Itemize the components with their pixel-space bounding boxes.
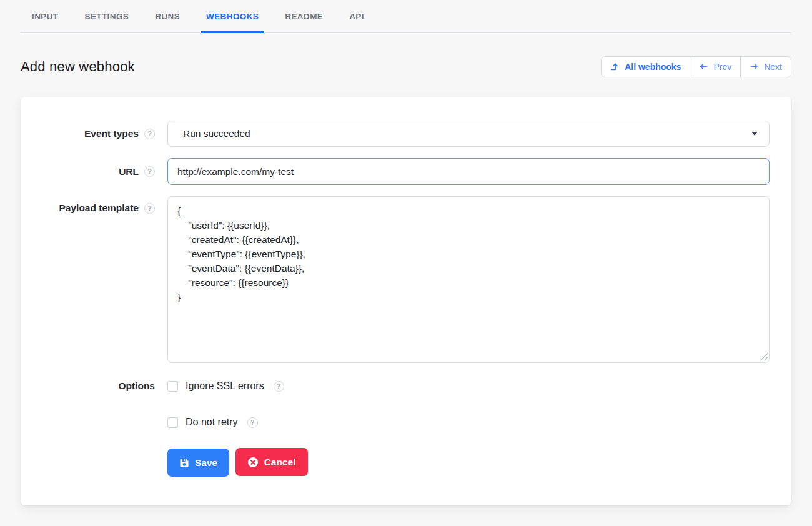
event-types-label-cell: Event types ?	[21, 128, 155, 139]
event-types-help-icon[interactable]: ?	[144, 129, 155, 139]
options-label-cell: Options	[21, 380, 155, 392]
url-label: URL	[119, 166, 139, 177]
tab-webhooks[interactable]: WEBHOOKS	[201, 0, 264, 32]
do-not-retry-label: Do not retry	[186, 417, 238, 428]
webhook-nav-button-group: All webhooks Prev Next	[601, 56, 791, 77]
tab-input[interactable]: INPUT	[27, 0, 64, 32]
event-types-select[interactable]: Run succeeded	[167, 121, 770, 147]
page-header: Add new webhook All webhooks Prev	[21, 33, 791, 84]
page-title: Add new webhook	[21, 59, 135, 75]
payload-template-row: Payload template ? { "userId": {{userId}…	[21, 196, 770, 363]
arrow-left-icon	[699, 62, 708, 71]
do-not-retry-checkbox[interactable]	[167, 417, 178, 428]
tab-readme[interactable]: README	[280, 0, 328, 32]
arrow-right-icon	[750, 62, 759, 71]
payload-template-label: Payload template	[59, 202, 139, 214]
event-types-selected-value: Run succeeded	[183, 128, 250, 139]
cancel-label: Cancel	[264, 457, 296, 468]
next-button[interactable]: Next	[740, 57, 791, 77]
do-not-retry-option: Do not retry ?	[167, 417, 770, 428]
url-input[interactable]	[167, 158, 770, 185]
ignore-ssl-errors-help-icon[interactable]: ?	[274, 381, 284, 392]
prev-label: Prev	[713, 62, 731, 72]
all-webhooks-button[interactable]: All webhooks	[602, 57, 690, 77]
prev-button[interactable]: Prev	[690, 57, 740, 77]
chevron-down-icon	[751, 132, 758, 136]
next-label: Next	[764, 62, 782, 72]
url-row: URL ?	[21, 158, 770, 185]
cancel-button[interactable]: Cancel	[235, 448, 308, 476]
url-label-cell: URL ?	[21, 166, 155, 177]
form-actions-row: Save Cancel	[21, 448, 770, 477]
level-up-icon	[610, 62, 620, 71]
cancel-circle-x-icon	[247, 457, 259, 468]
ignore-ssl-errors-label: Ignore SSL errors	[186, 380, 264, 392]
tab-api[interactable]: API	[344, 0, 369, 32]
tab-runs[interactable]: RUNS	[150, 0, 185, 32]
payload-template-textarea[interactable]: { "userId": {{userId}}, "createdAt": {{c…	[167, 196, 770, 363]
tab-settings[interactable]: SETTINGS	[80, 0, 134, 32]
save-button[interactable]: Save	[167, 449, 229, 477]
ignore-ssl-errors-option: Ignore SSL errors ?	[167, 380, 770, 392]
event-types-row: Event types ? Run succeeded	[21, 121, 770, 147]
do-not-retry-help-icon[interactable]: ?	[247, 417, 258, 428]
webhook-form-card: Event types ? Run succeeded URL ? Payloa…	[21, 97, 791, 505]
all-webhooks-label: All webhooks	[625, 62, 681, 72]
url-help-icon[interactable]: ?	[144, 166, 155, 177]
save-floppy-icon	[179, 458, 189, 468]
event-types-label: Event types	[84, 128, 139, 139]
options-row: Options Ignore SSL errors ? Do not retry…	[21, 380, 770, 428]
payload-template-help-icon[interactable]: ?	[144, 203, 155, 214]
tab-bar: INPUT SETTINGS RUNS WEBHOOKS README API	[21, 0, 791, 33]
ignore-ssl-errors-checkbox[interactable]	[167, 381, 178, 392]
save-label: Save	[195, 457, 217, 469]
options-label: Options	[118, 380, 155, 392]
payload-template-label-cell: Payload template ?	[21, 202, 155, 214]
